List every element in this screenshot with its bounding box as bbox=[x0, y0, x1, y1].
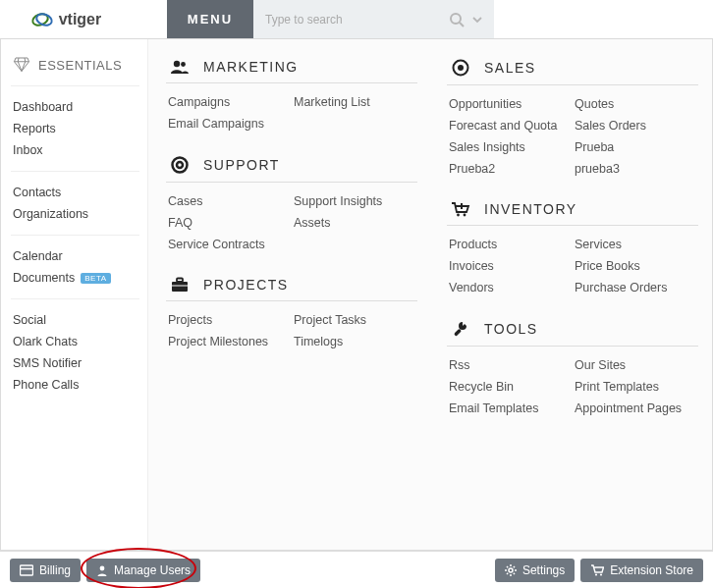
manage-users-label: Manage Users bbox=[114, 563, 191, 577]
cart-icon bbox=[590, 564, 604, 576]
links-column: ProjectsProject Milestones bbox=[166, 309, 292, 352]
menu-link[interactable]: Opportunities bbox=[447, 93, 573, 115]
sidebar-item-label: Social bbox=[13, 313, 46, 327]
menu-link[interactable]: Price Books bbox=[573, 255, 698, 277]
svg-point-5 bbox=[174, 61, 180, 67]
menu-link[interactable]: Email Campaigns bbox=[166, 113, 292, 134]
sidebar-title: ESSENTIALS bbox=[38, 58, 122, 73]
sidebar-item[interactable]: Phone Calls bbox=[11, 374, 139, 396]
menu-link[interactable]: Products bbox=[447, 234, 573, 255]
section-header: MARKETING bbox=[166, 51, 417, 83]
menu-link[interactable]: Purchase Orders bbox=[573, 277, 698, 298]
menu-label: MENU bbox=[188, 12, 233, 27]
sidebar-item[interactable]: Reports bbox=[11, 118, 139, 139]
links-column: CampaignsEmail Campaigns bbox=[166, 91, 292, 134]
sidebar-group: CalendarDocumentsBETA bbox=[11, 236, 139, 299]
menu-link[interactable]: Project Milestones bbox=[166, 331, 292, 352]
billing-button[interactable]: Billing bbox=[10, 559, 81, 582]
svg-point-13 bbox=[458, 65, 464, 71]
svg-rect-17 bbox=[21, 565, 33, 575]
menu-link[interactable]: Prueba2 bbox=[447, 158, 573, 180]
menu-link[interactable]: Vendors bbox=[447, 277, 573, 298]
links-column: ProductsInvoicesVendors bbox=[447, 234, 573, 298]
section: MARKETINGCampaignsEmail CampaignsMarketi… bbox=[166, 51, 417, 134]
menu-link[interactable]: Quotes bbox=[573, 93, 698, 115]
extension-store-button[interactable]: Extension Store bbox=[580, 559, 703, 582]
search-box bbox=[253, 0, 494, 38]
svg-point-7 bbox=[173, 158, 188, 173]
links-column: QuotesSales OrdersPruebaprueba3 bbox=[573, 93, 698, 180]
sidebar-item[interactable]: Contacts bbox=[11, 182, 139, 203]
sidebar-item[interactable]: Organizations bbox=[11, 203, 139, 225]
menu-link[interactable]: Timelogs bbox=[292, 331, 417, 352]
menu-link[interactable]: Sales Orders bbox=[573, 115, 698, 136]
sidebar-item[interactable]: Inbox bbox=[11, 139, 139, 161]
menu-link[interactable]: Projects bbox=[166, 309, 292, 331]
section: SUPPORTCasesFAQService ContractsSupport … bbox=[166, 148, 417, 255]
menu-link[interactable]: Prueba bbox=[573, 136, 698, 158]
section: SALESOpportunitiesForecast and QuotaSale… bbox=[447, 51, 698, 180]
section-links: RssRecycle BinEmail TemplatesOur SitesPr… bbox=[447, 354, 698, 419]
menu-link[interactable]: Project Tasks bbox=[292, 309, 417, 331]
section: PROJECTSProjectsProject MilestonesProjec… bbox=[166, 269, 417, 352]
settings-label: Settings bbox=[522, 563, 565, 577]
chevron-down-icon[interactable] bbox=[468, 15, 486, 25]
user-icon bbox=[96, 564, 108, 576]
sidebar-item[interactable]: Dashboard bbox=[11, 96, 139, 118]
sidebar-item[interactable]: Olark Chats bbox=[11, 331, 139, 352]
menu-link[interactable]: Invoices bbox=[447, 255, 573, 277]
sidebar-item[interactable]: Calendar bbox=[11, 245, 139, 267]
card-icon bbox=[20, 564, 33, 576]
sidebar: ESSENTIALS DashboardReportsInboxContacts… bbox=[1, 39, 148, 550]
sidebar-item[interactable]: Social bbox=[11, 309, 139, 331]
links-column: Support InsightsAssets bbox=[292, 190, 417, 255]
menu-button[interactable]: MENU bbox=[167, 0, 253, 38]
search-icon[interactable] bbox=[445, 12, 468, 27]
settings-button[interactable]: Settings bbox=[495, 559, 575, 582]
sidebar-item-label: Reports bbox=[13, 122, 56, 135]
manage-users-button[interactable]: Manage Users bbox=[86, 559, 200, 582]
svg-point-30 bbox=[600, 573, 602, 575]
menu-link[interactable]: Our Sites bbox=[573, 354, 698, 376]
menu-link[interactable]: Sales Insights bbox=[447, 136, 573, 158]
sidebar-item-label: Inbox bbox=[13, 143, 43, 157]
sidebar-header: ESSENTIALS bbox=[11, 49, 139, 86]
sidebar-item-label: Phone Calls bbox=[13, 378, 79, 392]
menu-link[interactable]: Cases bbox=[166, 190, 292, 212]
svg-point-14 bbox=[457, 214, 460, 217]
menu-link[interactable]: Rss bbox=[447, 354, 573, 376]
svg-rect-16 bbox=[454, 329, 462, 337]
section-title: SUPPORT bbox=[203, 157, 280, 173]
section-header: TOOLS bbox=[447, 312, 698, 347]
section-title: PROJECTS bbox=[203, 277, 289, 293]
sidebar-item[interactable]: DocumentsBETA bbox=[11, 267, 139, 289]
menu-link[interactable]: Support Insights bbox=[292, 190, 417, 212]
menu-link[interactable]: Recycle Bin bbox=[447, 376, 573, 398]
briefcase-icon bbox=[168, 277, 192, 293]
sidebar-item-label: Organizations bbox=[13, 207, 88, 221]
menu-link[interactable]: Campaigns bbox=[166, 91, 292, 113]
menu-link[interactable]: Services bbox=[573, 234, 698, 255]
menu-link[interactable]: FAQ bbox=[166, 212, 292, 234]
section-links: OpportunitiesForecast and QuotaSales Ins… bbox=[447, 93, 698, 180]
section-links: ProductsInvoicesVendorsServicesPrice Boo… bbox=[447, 234, 698, 298]
menu-link[interactable]: Print Templates bbox=[573, 376, 698, 398]
target-icon bbox=[449, 59, 472, 77]
menu-link[interactable]: Forecast and Quota bbox=[447, 115, 573, 136]
menu-link[interactable]: Email Templates bbox=[447, 398, 573, 419]
sidebar-item-label: Contacts bbox=[13, 186, 61, 199]
section-title: SALES bbox=[484, 60, 536, 76]
menu-link[interactable]: prueba3 bbox=[573, 158, 698, 180]
menu-link[interactable]: Marketing List bbox=[292, 91, 417, 113]
menu-link[interactable]: Assets bbox=[292, 212, 417, 234]
main: MARKETINGCampaignsEmail CampaignsMarketi… bbox=[148, 39, 712, 550]
search-input[interactable] bbox=[265, 0, 445, 38]
menu-link[interactable]: Appointment Pages bbox=[573, 398, 698, 419]
sidebar-item[interactable]: SMS Notifier bbox=[11, 352, 139, 374]
svg-point-29 bbox=[595, 573, 597, 575]
section-header: SALES bbox=[447, 51, 698, 85]
svg-line-26 bbox=[514, 572, 515, 573]
sidebar-group: SocialOlark ChatsSMS NotifierPhone Calls bbox=[11, 299, 139, 405]
life-ring-icon bbox=[168, 156, 192, 174]
menu-link[interactable]: Service Contracts bbox=[166, 234, 292, 255]
